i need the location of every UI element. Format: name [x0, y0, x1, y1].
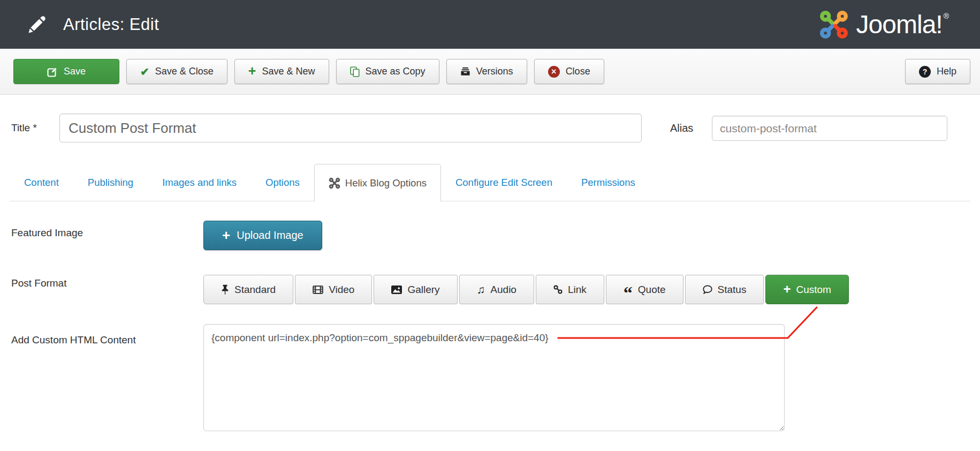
format-status-label: Status: [718, 284, 747, 296]
joomla-logo: Joomla! ®: [819, 9, 949, 41]
title-label: Title *: [11, 114, 37, 142]
toolbar: Save ✔ Save & Close + Save & New Save as…: [0, 49, 980, 95]
page-title: Articles: Edit: [63, 15, 159, 34]
title-input[interactable]: [59, 114, 642, 142]
format-custom-label: Custom: [796, 284, 831, 296]
archive-icon: [460, 67, 470, 76]
save-close-label: Save & Close: [155, 66, 214, 77]
format-link-label: Link: [568, 284, 587, 296]
format-video-button[interactable]: Video: [295, 275, 372, 304]
tab-helix-label: Helix Blog Options: [345, 177, 427, 189]
save-copy-button[interactable]: Save as Copy: [336, 59, 439, 84]
save-button[interactable]: Save: [13, 59, 119, 84]
alias-label: Alias: [670, 114, 693, 142]
pushpin-icon: [221, 284, 229, 295]
format-quote-label: Quote: [638, 284, 666, 296]
speech-bubble-icon: [703, 285, 712, 294]
copy-icon: [350, 66, 360, 77]
alias-input[interactable]: [712, 116, 947, 141]
article-edit-form: Title * Alias Content Publishing Images …: [0, 95, 980, 451]
format-link-button[interactable]: Link: [536, 275, 604, 304]
format-gallery-label: Gallery: [407, 284, 439, 296]
save-new-button[interactable]: + Save & New: [234, 59, 329, 84]
tab-options[interactable]: Options: [251, 164, 314, 201]
help-label: Help: [937, 66, 956, 77]
joomla-logo-text: Joomla!: [856, 9, 943, 41]
tab-images-and-links[interactable]: Images and links: [148, 164, 251, 201]
link-icon: [553, 285, 563, 294]
registered-mark: ®: [944, 12, 949, 20]
help-icon: ?: [919, 66, 931, 78]
format-custom-button[interactable]: + Custom: [765, 275, 848, 304]
upload-image-label: Upload Image: [237, 229, 303, 242]
versions-button[interactable]: Versions: [446, 59, 527, 84]
edit-icon: [47, 66, 58, 77]
joomla-admin-screen: Articles: Edit Joomla! ® Save ✔: [0, 0, 980, 451]
save-copy-label: Save as Copy: [366, 66, 426, 77]
tab-helix-blog-options[interactable]: Helix Blog Options: [314, 164, 441, 201]
format-gallery-button[interactable]: Gallery: [374, 275, 457, 304]
help-button[interactable]: ? Help: [905, 59, 970, 84]
joomla-logo-icon: [819, 9, 849, 41]
tab-content[interactable]: Content: [10, 164, 73, 201]
helix-icon: [329, 177, 340, 189]
music-note-icon: ♫: [477, 284, 485, 295]
format-video-label: Video: [329, 284, 354, 296]
save-label: Save: [64, 66, 86, 77]
plus-icon: +: [783, 283, 791, 296]
film-icon: [313, 285, 323, 294]
custom-html-label: Add Custom HTML Content: [11, 331, 136, 349]
save-close-button[interactable]: ✔ Save & Close: [126, 59, 227, 84]
post-format-group: Standard Video: [203, 275, 849, 304]
format-status-button[interactable]: Status: [685, 275, 764, 304]
header-bar: Articles: Edit Joomla! ®: [0, 0, 980, 49]
custom-html-textarea[interactable]: {component url=index.php?option=com_sppa…: [203, 324, 785, 431]
tab-configure-edit-screen[interactable]: Configure Edit Screen: [441, 164, 567, 201]
format-audio-button[interactable]: ♫ Audio: [459, 275, 534, 304]
post-format-label: Post Format: [11, 273, 66, 294]
close-button[interactable]: × Close: [534, 59, 604, 84]
format-quote-button[interactable]: “ Quote: [606, 275, 683, 304]
plus-icon: +: [222, 228, 230, 242]
picture-icon: [391, 285, 402, 294]
check-icon: ✔: [140, 66, 149, 77]
tab-bar: Content Publishing Images and links Opti…: [10, 164, 970, 201]
close-icon: ×: [548, 66, 560, 78]
tab-publishing[interactable]: Publishing: [73, 164, 148, 201]
plus-icon: +: [248, 64, 256, 78]
save-new-label: Save & New: [262, 66, 315, 77]
upload-image-button[interactable]: + Upload Image: [203, 221, 322, 250]
close-label: Close: [566, 66, 590, 77]
pencil-icon: [27, 14, 47, 35]
format-audio-label: Audio: [490, 284, 516, 296]
versions-label: Versions: [476, 66, 513, 77]
quote-icon: “: [624, 290, 633, 296]
featured-image-label: Featured Image: [11, 227, 83, 239]
format-standard-button[interactable]: Standard: [203, 275, 293, 304]
format-standard-label: Standard: [234, 284, 276, 296]
tab-permissions[interactable]: Permissions: [567, 164, 650, 201]
